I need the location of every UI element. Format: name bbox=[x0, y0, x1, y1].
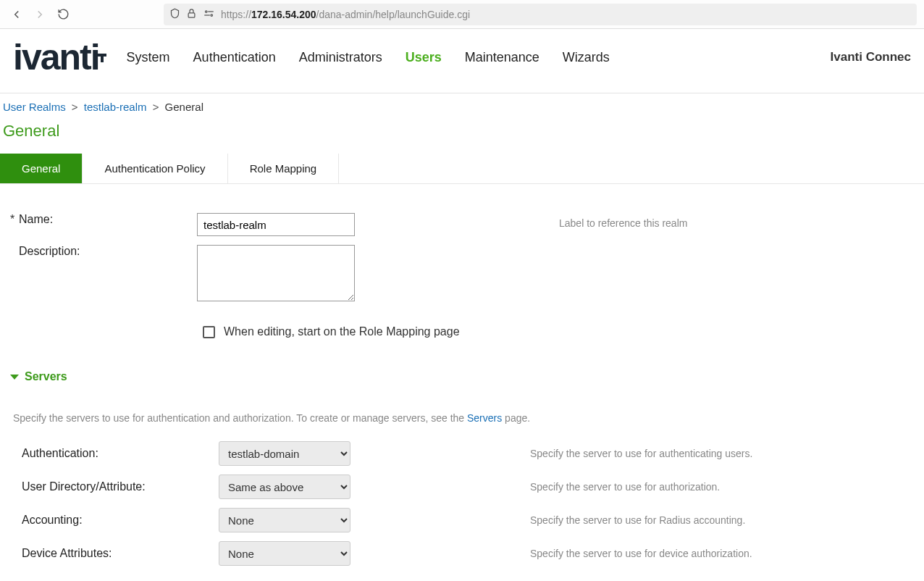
description-label: Description: bbox=[19, 245, 80, 258]
start-on-role-mapping-checkbox[interactable] bbox=[203, 326, 215, 338]
accounting-help: Specify the server to use for Radius acc… bbox=[530, 514, 921, 526]
description-input[interactable] bbox=[197, 245, 355, 301]
user-directory-select[interactable]: Same as above bbox=[219, 475, 350, 499]
tab-bar: General Authentication Policy Role Mappi… bbox=[0, 154, 924, 184]
svg-point-1 bbox=[206, 10, 208, 12]
servers-link[interactable]: Servers bbox=[467, 412, 502, 424]
authentication-help: Specify the server to use for authentica… bbox=[530, 448, 921, 459]
nav-authentication[interactable]: Authentication bbox=[193, 50, 276, 65]
site-security-icons bbox=[169, 8, 215, 21]
authentication-label: Authentication: bbox=[13, 447, 219, 460]
product-name: Ivanti Connec bbox=[831, 50, 911, 64]
device-attributes-label: Device Attributes: bbox=[13, 547, 219, 560]
permissions-icon bbox=[203, 8, 215, 21]
crumb-current: General bbox=[165, 101, 203, 113]
nav-maintenance[interactable]: Maintenance bbox=[465, 50, 539, 65]
accounting-label: Accounting: bbox=[13, 514, 219, 527]
servers-section-toggle[interactable]: Servers bbox=[10, 370, 921, 383]
svg-rect-0 bbox=[188, 12, 195, 17]
chevron-down-icon bbox=[10, 375, 19, 380]
logo[interactable]: ivanti bbox=[13, 39, 99, 75]
servers-section-title: Servers bbox=[25, 370, 67, 383]
nav-wizards[interactable]: Wizards bbox=[563, 50, 610, 65]
name-help: Label to reference this realm bbox=[559, 213, 921, 229]
nav-system[interactable]: System bbox=[127, 50, 170, 65]
shield-icon bbox=[169, 8, 180, 21]
required-marker: * bbox=[10, 213, 14, 226]
start-on-role-mapping-label: When editing, start on the Role Mapping … bbox=[224, 325, 460, 338]
user-directory-label: User Directory/Attribute: bbox=[13, 480, 219, 493]
accounting-select[interactable]: None bbox=[219, 508, 350, 532]
authentication-select[interactable]: testlab-domain bbox=[219, 441, 350, 466]
svg-point-3 bbox=[211, 14, 213, 16]
name-input[interactable] bbox=[197, 213, 355, 236]
logo-mark-icon bbox=[96, 36, 109, 49]
page-title: General bbox=[3, 122, 921, 141]
back-button[interactable] bbox=[7, 5, 26, 24]
device-attributes-select[interactable]: None bbox=[219, 541, 350, 566]
tab-auth-policy[interactable]: Authentication Policy bbox=[83, 154, 227, 183]
tab-role-mapping[interactable]: Role Mapping bbox=[228, 154, 340, 183]
lock-icon bbox=[186, 8, 197, 21]
url-text: https://172.16.54.200/dana-admin/help/la… bbox=[221, 9, 470, 20]
nav-administrators[interactable]: Administrators bbox=[299, 50, 382, 65]
main-nav: System Authentication Administrators Use… bbox=[127, 50, 610, 65]
user-directory-help: Specify the server to use for authorizat… bbox=[530, 481, 921, 493]
name-label: Name: bbox=[19, 213, 53, 226]
nav-users[interactable]: Users bbox=[406, 50, 442, 65]
crumb-user-realms[interactable]: User Realms bbox=[3, 101, 66, 113]
device-attributes-help: Specify the server to use for device aut… bbox=[530, 548, 921, 559]
breadcrumb: User Realms > testlab-realm > General bbox=[0, 93, 924, 117]
crumb-realm[interactable]: testlab-realm bbox=[84, 101, 147, 113]
site-header: ivanti System Authentication Administrat… bbox=[0, 29, 924, 93]
browser-toolbar: https://172.16.54.200/dana-admin/help/la… bbox=[0, 0, 924, 29]
address-bar[interactable]: https://172.16.54.200/dana-admin/help/la… bbox=[164, 4, 917, 25]
tab-general[interactable]: General bbox=[0, 154, 83, 183]
servers-section-description: Specify the servers to use for authentic… bbox=[13, 412, 921, 424]
forward-button[interactable] bbox=[30, 5, 49, 24]
reload-button[interactable] bbox=[54, 5, 72, 24]
